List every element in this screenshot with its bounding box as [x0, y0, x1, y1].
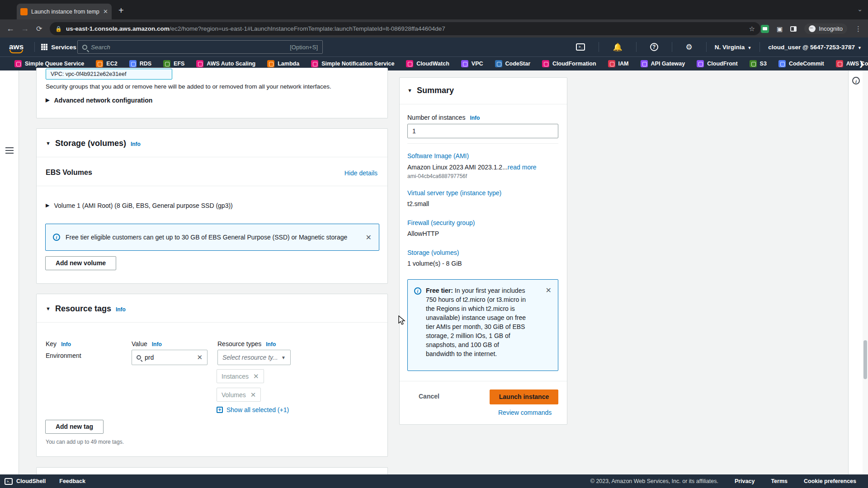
favorite-service-efs[interactable]: EFS — [163, 60, 184, 67]
hide-details-link[interactable]: Hide details — [344, 169, 377, 177]
info-link[interactable]: Info — [61, 341, 71, 347]
review-commands-link[interactable]: Review commands — [498, 409, 552, 416]
favorite-service-label: CloudFormation — [552, 61, 596, 67]
add-new-tag-button[interactable]: Add new tag — [45, 420, 104, 434]
feedback-button[interactable]: Feedback — [59, 478, 85, 484]
service-icon — [750, 60, 757, 67]
url-bar[interactable]: 🔒 us-east-1.console.aws.amazon.com/ec2/h… — [50, 22, 760, 35]
service-icon — [542, 60, 549, 67]
region-selector[interactable]: N. Virginia▼ — [715, 44, 751, 51]
read-more-link[interactable]: read more — [508, 164, 537, 171]
vpc-chip: VPC: vpc-0f4b9212e62e31eef — [46, 69, 172, 80]
browser-tab[interactable]: Launch instance from template ✕ — [17, 4, 112, 19]
side-panel-icon[interactable] — [790, 26, 797, 32]
service-icon — [641, 60, 648, 67]
forward-icon[interactable]: → — [21, 24, 29, 33]
clear-input-icon[interactable]: ✕ — [197, 353, 203, 361]
aws-logo[interactable]: aws — [9, 42, 24, 52]
lock-icon[interactable]: 🔒 — [55, 26, 62, 32]
info-link[interactable]: Info — [152, 341, 162, 347]
search-icon — [82, 45, 87, 50]
firewall-link[interactable]: Firewall (security group) — [407, 219, 475, 226]
hamburger-menu-icon[interactable] — [5, 147, 14, 154]
new-tab-button[interactable]: + — [118, 6, 124, 15]
help-icon[interactable]: ? — [650, 43, 658, 51]
show-all-selected-link[interactable]: + Show all selected (+1) — [217, 406, 289, 413]
bookmark-star-icon[interactable]: ☆ — [749, 25, 755, 33]
tags-section-header[interactable]: ▼Resource tagsInfo — [46, 304, 126, 314]
favorite-service-codestar[interactable]: CodeStar — [495, 60, 531, 67]
tag-value-text: prd — [145, 354, 193, 361]
remove-chip-icon[interactable]: ✕ — [253, 372, 259, 380]
aws-search-box[interactable]: Search [Option+S] — [77, 40, 323, 54]
favorite-service-label: CloudFront — [707, 61, 737, 67]
notifications-bell-icon[interactable]: 🔔 — [613, 42, 622, 52]
cloudshell-icon[interactable]: >_ — [576, 43, 585, 51]
ami-section-link[interactable]: Software Image (AMI) — [407, 152, 469, 160]
refresh-icon[interactable]: ⟳ — [36, 24, 42, 33]
terms-link[interactable]: Terms — [771, 478, 788, 484]
favorite-service-label: EC2 — [106, 61, 117, 67]
tag-value-input[interactable]: prd ✕ — [132, 350, 208, 365]
key-column-label: KeyInfo — [46, 340, 71, 347]
info-link[interactable]: Info — [131, 141, 141, 147]
storage-section-header[interactable]: ▼Storage (volumes)Info — [46, 139, 141, 148]
favorite-service-s3[interactable]: S3 — [750, 60, 767, 67]
favorite-service-ec2[interactable]: EC2 — [96, 60, 117, 67]
settings-gear-icon[interactable]: ⚙ — [686, 42, 693, 52]
favorite-service-label: AWS Compute Optimizer — [846, 61, 868, 67]
back-icon[interactable]: ← — [6, 24, 14, 33]
favorite-service-cloudfront[interactable]: CloudFront — [697, 60, 737, 67]
privacy-link[interactable]: Privacy — [735, 478, 755, 484]
page-scrollbar[interactable] — [863, 70, 868, 474]
search-shortcut: [Option+S] — [290, 44, 318, 51]
favorite-service-lambda[interactable]: Lambda — [267, 60, 299, 67]
cookie-preferences-link[interactable]: Cookie preferences — [804, 478, 856, 484]
cloudshell-icon: >_ — [5, 478, 13, 485]
favorite-service-vpc[interactable]: VPC — [461, 60, 483, 67]
favorite-service-simple-queue-service[interactable]: Simple Queue Service — [14, 60, 84, 67]
close-icon[interactable]: ✕ — [546, 286, 552, 295]
summary-header[interactable]: ▼Summary — [407, 86, 454, 95]
favorite-service-simple-notification-service[interactable]: Simple Notification Service — [311, 60, 394, 67]
favorite-service-rds[interactable]: RDS — [129, 60, 151, 67]
service-icon — [495, 60, 502, 67]
tab-close-icon[interactable]: ✕ — [103, 8, 108, 15]
favorite-service-label: S3 — [760, 61, 767, 67]
favorite-service-cloudwatch[interactable]: CloudWatch — [406, 60, 449, 67]
services-menu-button[interactable]: Services — [41, 44, 76, 51]
close-icon[interactable]: ✕ — [366, 233, 372, 242]
cancel-button[interactable]: Cancel — [419, 393, 439, 400]
remove-chip-icon[interactable]: ✕ — [250, 391, 256, 399]
collapse-arrow-icon: ▼ — [46, 306, 51, 311]
info-panel-icon[interactable]: i — [852, 77, 860, 84]
instance-type-link[interactable]: Virtual server type (instance type) — [407, 189, 501, 197]
cloudshell-button[interactable]: >_ CloudShell — [5, 478, 46, 485]
favorite-service-api-gateway[interactable]: API Gateway — [641, 60, 685, 67]
info-link[interactable]: Info — [266, 341, 276, 347]
scrollbar-thumb[interactable] — [863, 340, 867, 379]
favorite-service-codecommit[interactable]: CodeCommit — [778, 60, 824, 67]
volume-row-expander[interactable]: ▶Volume 1 (AMI Root) (8 GiB, EBS, Genera… — [46, 202, 233, 209]
advanced-network-expander[interactable]: ▶Advanced network configuration — [46, 97, 152, 104]
favorite-service-aws-auto-scaling[interactable]: AWS Auto Scaling — [196, 60, 255, 67]
account-menu[interactable]: cloud_user @ 5647-7253-3787▼ — [768, 44, 862, 51]
resource-types-select[interactable]: Select resource ty... ▼ — [217, 350, 291, 365]
extensions-puzzle-icon[interactable]: ▣ — [777, 25, 783, 33]
number-of-instances-input[interactable]: 1 — [407, 124, 558, 138]
incognito-badge: Incognito — [804, 23, 847, 34]
storage-link[interactable]: Storage (volumes) — [407, 249, 459, 256]
info-link[interactable]: Info — [116, 306, 126, 313]
extension-icon[interactable] — [761, 25, 769, 33]
window-chevron-icon[interactable]: ⌄ — [857, 5, 863, 13]
favorite-service-iam[interactable]: IAM — [608, 60, 629, 67]
chevron-down-icon: ▼ — [858, 46, 862, 50]
browser-menu-icon[interactable]: ⋮ — [855, 25, 862, 33]
ec2-favicon — [20, 8, 28, 15]
ebs-volumes-heading: EBS Volumes — [46, 169, 92, 177]
add-new-volume-button[interactable]: Add new volume — [45, 256, 116, 270]
favorites-overflow-chevron-icon[interactable]: ❯ — [859, 60, 864, 68]
info-link[interactable]: Info — [470, 115, 480, 121]
launch-instance-button[interactable]: Launch instance — [490, 389, 558, 404]
favorite-service-cloudformation[interactable]: CloudFormation — [542, 60, 596, 67]
